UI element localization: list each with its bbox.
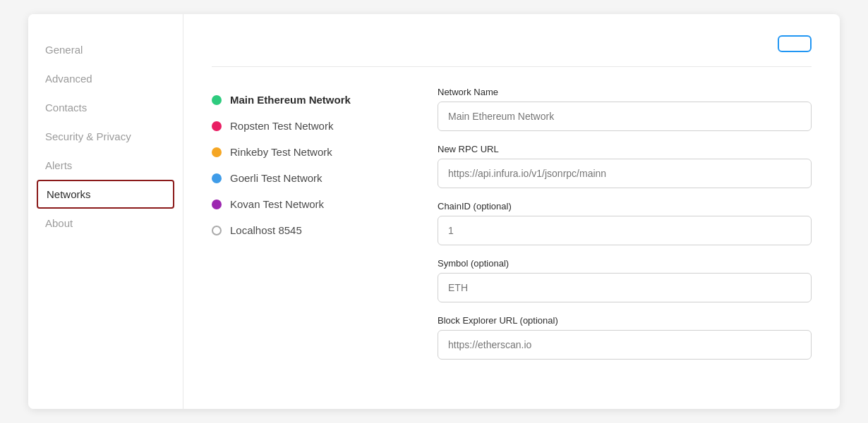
network-dot — [212, 147, 222, 157]
sidebar-item-alerts[interactable]: Alerts — [28, 151, 183, 180]
sidebar-item-contacts[interactable]: Contacts — [28, 93, 183, 122]
form-label-new-rpc-url: New RPC URL — [438, 144, 812, 154]
networks-list: Main Ethereum NetworkRopsten Test Networ… — [212, 87, 409, 372]
form-area: Network NameNew RPC URLChainID (optional… — [438, 87, 812, 372]
network-item-main-ethereum[interactable]: Main Ethereum Network — [212, 87, 409, 113]
sidebar-item-about[interactable]: About — [28, 209, 183, 238]
network-dot — [212, 200, 222, 209]
settings-container: GeneralAdvancedContactsSecurity & Privac… — [28, 14, 840, 409]
network-dot — [212, 121, 222, 131]
content-area: Main Ethereum NetworkRopsten Test Networ… — [212, 87, 812, 372]
sidebar: GeneralAdvancedContactsSecurity & Privac… — [28, 14, 183, 409]
form-input-symbol[interactable] — [438, 273, 812, 302]
form-input-network-name[interactable] — [438, 102, 812, 131]
network-dot — [212, 95, 222, 105]
network-item-goerli[interactable]: Goerli Test Network — [212, 165, 409, 191]
network-label: Kovan Test Network — [230, 198, 324, 210]
network-label: Rinkeby Test Network — [230, 146, 332, 158]
divider — [212, 66, 812, 67]
form-label-network-name: Network Name — [438, 87, 812, 97]
main-content: Main Ethereum NetworkRopsten Test Networ… — [183, 14, 840, 409]
header-row — [212, 35, 812, 52]
sidebar-item-networks[interactable]: Networks — [37, 180, 174, 209]
sidebar-item-security-privacy[interactable]: Security & Privacy — [28, 122, 183, 151]
form-group-symbol: Symbol (optional) — [438, 258, 812, 302]
sidebar-item-general[interactable]: General — [28, 35, 183, 64]
form-group-new-rpc-url: New RPC URL — [438, 144, 812, 188]
sidebar-item-advanced[interactable]: Advanced — [28, 64, 183, 93]
network-label: Goerli Test Network — [230, 172, 323, 184]
network-item-kovan[interactable]: Kovan Test Network — [212, 191, 409, 217]
form-label-symbol: Symbol (optional) — [438, 258, 812, 269]
network-label: Main Ethereum Network — [230, 94, 351, 106]
network-item-ropsten[interactable]: Ropsten Test Network — [212, 113, 409, 139]
form-group-block-explorer-url: Block Explorer URL (optional) — [438, 315, 812, 360]
form-group-chain-id: ChainID (optional) — [438, 201, 812, 245]
network-dot-empty — [212, 226, 222, 235]
form-input-block-explorer-url[interactable] — [438, 330, 812, 360]
add-network-button[interactable] — [778, 35, 812, 52]
network-label: Ropsten Test Network — [230, 120, 333, 132]
network-item-localhost[interactable]: Localhost 8545 — [212, 217, 409, 243]
network-item-rinkeby[interactable]: Rinkeby Test Network — [212, 139, 409, 165]
form-label-chain-id: ChainID (optional) — [438, 201, 812, 212]
network-dot — [212, 173, 222, 183]
form-label-block-explorer-url: Block Explorer URL (optional) — [438, 315, 812, 326]
network-label: Localhost 8545 — [230, 224, 302, 236]
form-input-chain-id[interactable] — [438, 216, 812, 245]
form-group-network-name: Network Name — [438, 87, 812, 131]
form-input-new-rpc-url[interactable] — [438, 159, 812, 188]
